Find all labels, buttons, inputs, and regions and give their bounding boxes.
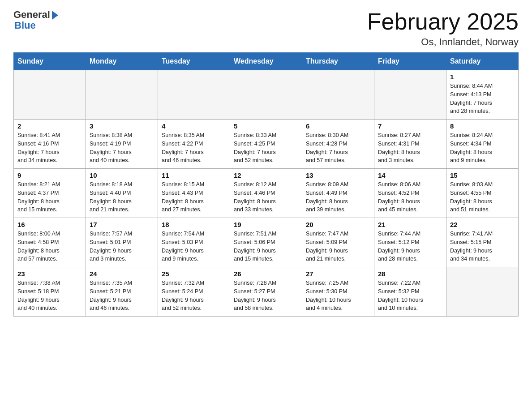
day-number: 12 <box>234 171 298 179</box>
calendar-day-cell <box>158 70 230 120</box>
day-info-text: Sunrise: 8:21 AM Sunset: 4:37 PM Dayligh… <box>17 180 82 214</box>
calendar-day-cell: 19Sunrise: 7:51 AM Sunset: 5:06 PM Dayli… <box>230 218 302 267</box>
day-info-text: Sunrise: 8:18 AM Sunset: 4:40 PM Dayligh… <box>90 180 154 214</box>
calendar-day-cell: 18Sunrise: 7:54 AM Sunset: 5:03 PM Dayli… <box>158 218 230 267</box>
day-info-text: Sunrise: 8:35 AM Sunset: 4:22 PM Dayligh… <box>162 131 226 165</box>
day-number: 20 <box>306 221 370 228</box>
day-info-text: Sunrise: 8:33 AM Sunset: 4:25 PM Dayligh… <box>234 131 298 165</box>
day-number: 9 <box>17 171 82 179</box>
day-info-text: Sunrise: 8:41 AM Sunset: 4:16 PM Dayligh… <box>17 131 82 165</box>
day-info-text: Sunrise: 8:30 AM Sunset: 4:28 PM Dayligh… <box>306 131 370 165</box>
day-number: 13 <box>306 171 370 179</box>
calendar-day-cell: 4Sunrise: 8:35 AM Sunset: 4:22 PM Daylig… <box>158 120 230 169</box>
calendar-day-cell: 9Sunrise: 8:21 AM Sunset: 4:37 PM Daylig… <box>14 169 86 218</box>
calendar-day-cell: 12Sunrise: 8:12 AM Sunset: 4:46 PM Dayli… <box>230 169 302 218</box>
day-number: 17 <box>90 221 154 228</box>
page-header: General Blue February 2025 Os, Innlandet… <box>13 9 519 48</box>
day-number: 16 <box>17 221 82 228</box>
day-number: 5 <box>234 122 298 130</box>
calendar-week-row: 16Sunrise: 8:00 AM Sunset: 4:58 PM Dayli… <box>14 218 519 267</box>
day-number: 15 <box>450 171 515 179</box>
calendar-header-row: SundayMondayTuesdayWednesdayThursdayFrid… <box>14 53 519 70</box>
calendar-day-cell: 2Sunrise: 8:41 AM Sunset: 4:16 PM Daylig… <box>14 120 86 169</box>
weekday-header-monday: Monday <box>86 53 158 70</box>
calendar-day-cell: 3Sunrise: 8:38 AM Sunset: 4:19 PM Daylig… <box>86 120 158 169</box>
title-block: February 2025 Os, Innlandet, Norway <box>367 9 519 48</box>
day-info-text: Sunrise: 7:35 AM Sunset: 5:21 PM Dayligh… <box>90 279 154 313</box>
day-number: 25 <box>162 270 226 278</box>
calendar-day-cell: 11Sunrise: 8:15 AM Sunset: 4:43 PM Dayli… <box>158 169 230 218</box>
day-number: 22 <box>450 221 515 228</box>
calendar-day-cell: 13Sunrise: 8:09 AM Sunset: 4:49 PM Dayli… <box>302 169 374 218</box>
day-info-text: Sunrise: 7:32 AM Sunset: 5:24 PM Dayligh… <box>162 279 226 313</box>
calendar-week-row: 9Sunrise: 8:21 AM Sunset: 4:37 PM Daylig… <box>14 169 519 218</box>
calendar-day-cell <box>302 70 374 120</box>
day-info-text: Sunrise: 8:00 AM Sunset: 4:58 PM Dayligh… <box>17 230 82 263</box>
calendar-day-cell <box>86 70 158 120</box>
day-info-text: Sunrise: 8:27 AM Sunset: 4:31 PM Dayligh… <box>378 131 442 165</box>
day-number: 24 <box>90 270 154 278</box>
calendar-day-cell <box>446 267 519 317</box>
calendar-day-cell: 5Sunrise: 8:33 AM Sunset: 4:25 PM Daylig… <box>230 120 302 169</box>
day-info-text: Sunrise: 7:47 AM Sunset: 5:09 PM Dayligh… <box>306 230 370 263</box>
day-info-text: Sunrise: 7:22 AM Sunset: 5:32 PM Dayligh… <box>378 279 442 313</box>
calendar-day-cell: 26Sunrise: 7:28 AM Sunset: 5:27 PM Dayli… <box>230 267 302 317</box>
logo-general-text: General <box>13 9 50 21</box>
day-info-text: Sunrise: 8:15 AM Sunset: 4:43 PM Dayligh… <box>162 180 226 214</box>
day-info-text: Sunrise: 8:06 AM Sunset: 4:52 PM Dayligh… <box>378 180 442 214</box>
day-number: 2 <box>17 122 82 130</box>
weekday-header-tuesday: Tuesday <box>158 53 230 70</box>
calendar-week-row: 1Sunrise: 8:44 AM Sunset: 4:13 PM Daylig… <box>14 70 519 120</box>
calendar-day-cell: 27Sunrise: 7:25 AM Sunset: 5:30 PM Dayli… <box>302 267 374 317</box>
day-number: 26 <box>234 270 298 278</box>
day-number: 27 <box>306 270 370 278</box>
day-number: 28 <box>378 270 442 278</box>
logo-blue-text: Blue <box>13 20 36 31</box>
day-info-text: Sunrise: 7:25 AM Sunset: 5:30 PM Dayligh… <box>306 279 370 313</box>
day-info-text: Sunrise: 8:24 AM Sunset: 4:34 PM Dayligh… <box>450 131 515 165</box>
day-number: 7 <box>378 122 442 130</box>
day-number: 6 <box>306 122 370 130</box>
day-number: 10 <box>90 171 154 179</box>
calendar-day-cell: 7Sunrise: 8:27 AM Sunset: 4:31 PM Daylig… <box>374 120 446 169</box>
calendar-day-cell: 23Sunrise: 7:38 AM Sunset: 5:18 PM Dayli… <box>14 267 86 317</box>
day-number: 1 <box>450 73 515 81</box>
day-info-text: Sunrise: 7:44 AM Sunset: 5:12 PM Dayligh… <box>378 230 442 263</box>
day-info-text: Sunrise: 7:51 AM Sunset: 5:06 PM Dayligh… <box>234 230 298 263</box>
day-number: 4 <box>162 122 226 130</box>
calendar-week-row: 2Sunrise: 8:41 AM Sunset: 4:16 PM Daylig… <box>14 120 519 169</box>
calendar-day-cell: 20Sunrise: 7:47 AM Sunset: 5:09 PM Dayli… <box>302 218 374 267</box>
day-info-text: Sunrise: 7:28 AM Sunset: 5:27 PM Dayligh… <box>234 279 298 313</box>
logo-arrow-icon <box>52 11 58 20</box>
calendar-day-cell: 10Sunrise: 8:18 AM Sunset: 4:40 PM Dayli… <box>86 169 158 218</box>
weekday-header-wednesday: Wednesday <box>230 53 302 70</box>
calendar-day-cell: 25Sunrise: 7:32 AM Sunset: 5:24 PM Dayli… <box>158 267 230 317</box>
calendar-day-cell: 17Sunrise: 7:57 AM Sunset: 5:01 PM Dayli… <box>86 218 158 267</box>
day-info-text: Sunrise: 8:38 AM Sunset: 4:19 PM Dayligh… <box>90 131 154 165</box>
calendar-day-cell <box>230 70 302 120</box>
weekday-header-saturday: Saturday <box>446 53 519 70</box>
day-number: 8 <box>450 122 515 130</box>
calendar-week-row: 23Sunrise: 7:38 AM Sunset: 5:18 PM Dayli… <box>14 267 519 317</box>
day-info-text: Sunrise: 7:54 AM Sunset: 5:03 PM Dayligh… <box>162 230 226 263</box>
calendar-day-cell: 22Sunrise: 7:41 AM Sunset: 5:15 PM Dayli… <box>446 218 519 267</box>
day-number: 11 <box>162 171 226 179</box>
day-number: 14 <box>378 171 442 179</box>
calendar-day-cell: 24Sunrise: 7:35 AM Sunset: 5:21 PM Dayli… <box>86 267 158 317</box>
month-title: February 2025 <box>367 9 519 34</box>
day-info-text: Sunrise: 8:44 AM Sunset: 4:13 PM Dayligh… <box>450 82 515 116</box>
calendar-day-cell: 14Sunrise: 8:06 AM Sunset: 4:52 PM Dayli… <box>374 169 446 218</box>
day-info-text: Sunrise: 8:03 AM Sunset: 4:55 PM Dayligh… <box>450 180 515 214</box>
calendar-day-cell: 21Sunrise: 7:44 AM Sunset: 5:12 PM Dayli… <box>374 218 446 267</box>
calendar-day-cell: 28Sunrise: 7:22 AM Sunset: 5:32 PM Dayli… <box>374 267 446 317</box>
day-number: 21 <box>378 221 442 228</box>
calendar-table: SundayMondayTuesdayWednesdayThursdayFrid… <box>13 52 519 317</box>
day-info-text: Sunrise: 7:57 AM Sunset: 5:01 PM Dayligh… <box>90 230 154 263</box>
calendar-day-cell <box>14 70 86 120</box>
day-info-text: Sunrise: 8:12 AM Sunset: 4:46 PM Dayligh… <box>234 180 298 214</box>
day-number: 23 <box>17 270 82 278</box>
day-number: 19 <box>234 221 298 228</box>
day-info-text: Sunrise: 7:41 AM Sunset: 5:15 PM Dayligh… <box>450 230 515 263</box>
calendar-day-cell <box>374 70 446 120</box>
weekday-header-sunday: Sunday <box>14 53 86 70</box>
